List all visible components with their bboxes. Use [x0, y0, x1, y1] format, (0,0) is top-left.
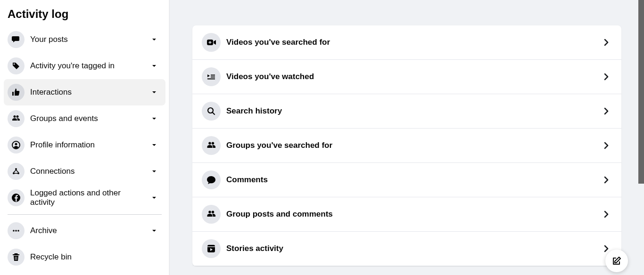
sidebar-divider [8, 214, 162, 215]
row-label: Stories activity [226, 244, 601, 253]
svg-point-2 [15, 168, 17, 170]
chevron-down-icon [149, 88, 159, 97]
sidebar-item-label: Interactions [30, 88, 149, 97]
page-scrollbar[interactable] [638, 0, 644, 184]
sidebar-item-logged-actions[interactable]: Logged actions and other activity [4, 185, 165, 211]
sidebar: Activity log Your posts Activity you're … [0, 0, 170, 275]
playlist-icon [202, 67, 221, 86]
sidebar-item-your-posts[interactable]: Your posts [4, 26, 165, 53]
row-label: Videos you've searched for [226, 38, 601, 47]
profile-icon [8, 137, 25, 154]
chevron-right-icon [601, 71, 612, 82]
row-search-history[interactable]: Search history [192, 94, 621, 129]
row-group-posts-comments[interactable]: Group posts and comments [192, 197, 621, 232]
groups-icon [8, 110, 25, 127]
sidebar-item-profile-info[interactable]: Profile information [4, 132, 165, 158]
row-groups-searched[interactable]: Groups you've searched for [192, 129, 621, 163]
trash-icon [8, 249, 25, 266]
sidebar-item-archive[interactable]: Archive [4, 218, 165, 244]
svg-point-1 [15, 143, 17, 146]
chevron-down-icon [149, 35, 159, 44]
comment-icon [202, 170, 221, 189]
chevron-down-icon [149, 226, 159, 235]
row-label: Group posts and comments [226, 210, 601, 219]
row-comments[interactable]: Comments [192, 163, 621, 197]
search-icon [202, 102, 221, 121]
connections-icon [8, 163, 25, 180]
edit-icon [611, 256, 622, 266]
sidebar-item-recycle-bin[interactable]: Recycle bin [4, 244, 165, 270]
chevron-down-icon [149, 193, 159, 202]
sidebar-item-groups-events[interactable]: Groups and events [4, 105, 165, 132]
sidebar-item-tagged[interactable]: Activity you're tagged in [4, 53, 165, 79]
sidebar-item-label: Profile information [30, 140, 149, 150]
sidebar-item-interactions[interactable]: Interactions [4, 79, 165, 105]
svg-rect-12 [207, 79, 215, 80]
chevron-down-icon [149, 114, 159, 123]
chevron-right-icon [601, 105, 612, 117]
svg-rect-11 [211, 77, 215, 78]
row-label: Search history [226, 106, 601, 116]
row-label: Comments [226, 175, 601, 185]
sidebar-item-label: Logged actions and other activity [30, 188, 149, 208]
archive-icon [8, 222, 25, 239]
svg-point-7 [15, 230, 17, 232]
chevron-down-icon [149, 167, 159, 176]
sidebar-item-label: Recycle bin [30, 252, 162, 262]
row-videos-searched[interactable]: Videos you've searched for [192, 25, 621, 60]
svg-rect-10 [211, 75, 215, 76]
groups-icon [202, 205, 221, 224]
sidebar-item-label: Groups and events [30, 114, 149, 123]
main-area: Videos you've searched for Videos you've… [170, 0, 644, 275]
chevron-right-icon [601, 140, 612, 151]
chevron-right-icon [601, 209, 612, 220]
chevron-down-icon [149, 140, 159, 150]
row-stories-activity[interactable]: Stories activity [192, 232, 621, 266]
sidebar-item-connections[interactable]: Connections [4, 158, 165, 185]
sidebar-item-label: Connections [30, 167, 149, 176]
sidebar-item-label: Archive [30, 226, 149, 235]
chevron-right-icon [601, 174, 612, 186]
interactions-list-card: Videos you've searched for Videos you've… [192, 25, 621, 266]
page-title: Activity log [0, 0, 169, 26]
speech-icon [8, 31, 25, 48]
tag-icon [8, 57, 25, 74]
row-videos-watched[interactable]: Videos you've watched [192, 60, 621, 94]
svg-point-8 [17, 230, 19, 232]
chevron-down-icon [149, 61, 159, 71]
sidebar-scroll[interactable]: Your posts Activity you're tagged in Int… [0, 26, 169, 275]
video-plus-icon [202, 33, 221, 52]
svg-rect-14 [207, 245, 215, 252]
sidebar-item-label: Activity you're tagged in [30, 61, 149, 71]
row-label: Videos you've watched [226, 72, 601, 81]
svg-point-6 [13, 230, 15, 232]
row-label: Groups you've searched for [226, 141, 601, 150]
groups-icon [202, 136, 221, 155]
sidebar-item-label: Your posts [30, 35, 149, 44]
stories-icon [202, 239, 221, 258]
thumb-up-icon [8, 84, 25, 101]
compose-button[interactable] [605, 250, 628, 272]
facebook-icon [8, 189, 25, 206]
chevron-right-icon [601, 37, 612, 48]
